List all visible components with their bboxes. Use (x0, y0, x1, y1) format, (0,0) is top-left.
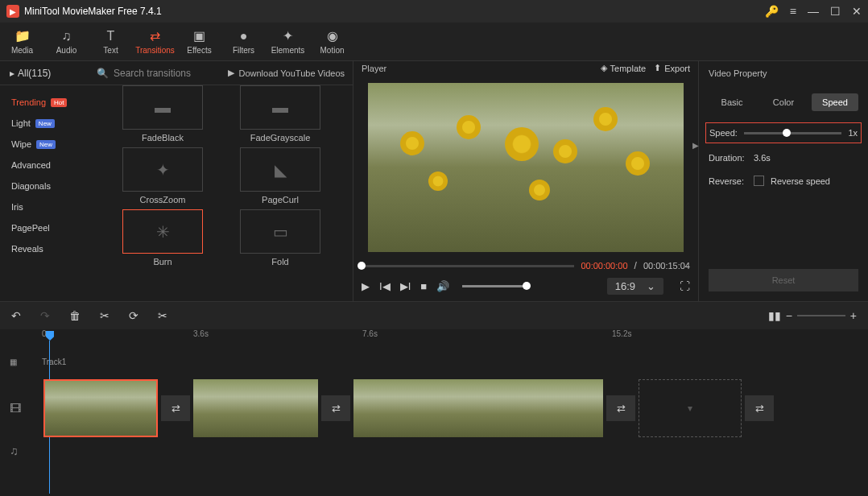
reverse-check-label: Reverse speed (771, 176, 830, 186)
all-transitions-button[interactable]: ▸ All(115) (0, 68, 90, 79)
crop-button[interactable]: ✂ (158, 309, 167, 322)
audio-track-icon: ♫ (10, 444, 40, 457)
tool-audio[interactable]: ♫Audio (44, 23, 89, 60)
transition-slot-3[interactable]: ⇄ (606, 395, 635, 421)
audio-icon: ♫ (62, 29, 72, 43)
time-total: 00:00:15:04 (643, 261, 690, 271)
reverse-checkbox[interactable] (754, 176, 764, 186)
fullscreen-button[interactable]: ⛶ (680, 280, 690, 292)
clip-1[interactable] (43, 379, 158, 437)
prev-frame-button[interactable]: I◀ (379, 280, 391, 292)
category-pagepeel[interactable]: PagePeel (0, 217, 90, 238)
split-button[interactable]: ✂ (100, 309, 110, 322)
zoom-slider[interactable] (797, 315, 845, 316)
minimize-icon[interactable]: — (808, 5, 819, 18)
premium-key-icon[interactable]: 🔑 (765, 5, 779, 18)
time-current: 00:00:00:00 (581, 261, 627, 271)
chevron-down-icon: ⌄ (647, 280, 655, 292)
empty-clip-slot[interactable]: ▾ (639, 379, 742, 437)
tool-filters[interactable]: ●Filters (221, 23, 266, 60)
transition-burn[interactable]: ✳Burn (106, 209, 219, 267)
props-title: Video Property (699, 61, 868, 85)
tool-text[interactable]: TText (89, 23, 133, 60)
playhead[interactable] (46, 331, 54, 341)
transition-crosszoom[interactable]: ✦CrossZoom (106, 147, 219, 205)
duration-value: 3.6s (754, 153, 771, 163)
app-logo: ▶ (6, 5, 19, 18)
download-youtube-button[interactable]: ▶ Download YouTube Videos (228, 68, 353, 78)
volume-icon[interactable]: 🔊 (436, 280, 449, 292)
tool-media[interactable]: 📁Media (0, 23, 44, 60)
media-icon: 📁 (14, 28, 31, 43)
add-track-button[interactable]: ▦ (10, 358, 42, 366)
undo-button[interactable]: ↶ (11, 309, 21, 322)
filters-icon: ● (240, 29, 248, 43)
transition-slot-4[interactable]: ⇄ (745, 395, 774, 421)
transition-fadeblack[interactable]: ▬FadeBlack (106, 85, 219, 143)
maximize-icon[interactable]: ☐ (830, 5, 841, 18)
play-button[interactable]: ▶ (362, 280, 370, 292)
player-label: Player (362, 64, 593, 73)
category-trending[interactable]: TrendingHot (0, 92, 90, 113)
category-advanced[interactable]: Advanced (0, 155, 90, 176)
tool-elements[interactable]: ✦Elements (266, 23, 310, 60)
category-light[interactable]: LightNew (0, 113, 90, 134)
youtube-icon: ▶ (228, 68, 234, 78)
transition-slot-2[interactable]: ⇄ (321, 395, 350, 421)
category-reveals[interactable]: Reveals (0, 238, 90, 259)
app-title: MiniTool MovieMaker Free 7.4.1 (24, 6, 765, 17)
category-wipe[interactable]: WipeNew (0, 134, 90, 155)
fit-icon[interactable]: ▮▮ (768, 309, 781, 322)
close-icon[interactable]: ✕ (852, 5, 862, 18)
export-icon: ⬆ (654, 63, 661, 73)
tool-motion[interactable]: ◉Motion (310, 23, 354, 60)
elements-icon: ✦ (283, 28, 293, 43)
track-label: Track1 (42, 358, 66, 366)
search-input[interactable]: 🔍 Search transitions (90, 68, 228, 79)
transition-fadegrayscale[interactable]: ▬FadeGrayscale (224, 85, 337, 143)
template-icon: ◈ (601, 63, 607, 73)
clip-2[interactable] (193, 379, 318, 437)
effects-icon: ▣ (193, 28, 205, 43)
speed-slider[interactable] (744, 132, 842, 134)
menu-icon[interactable]: ≡ (790, 5, 796, 18)
tab-color[interactable]: Color (760, 93, 807, 111)
transition-fold[interactable]: ▭Fold (224, 209, 337, 267)
transitions-icon: ⇄ (150, 28, 160, 43)
template-button[interactable]: ◈Template (601, 63, 647, 73)
export-button[interactable]: ⬆Export (654, 63, 690, 73)
tab-speed[interactable]: Speed (812, 93, 858, 111)
collapse-props-icon[interactable]: ▶ (692, 141, 699, 150)
speed-label: Speed: (709, 128, 738, 138)
tool-effects[interactable]: ▣Effects (177, 23, 221, 60)
clip-3[interactable] (353, 379, 603, 437)
tab-basic[interactable]: Basic (709, 93, 755, 111)
tool-transitions[interactable]: ⇄Transitions (133, 23, 177, 60)
zoom-in-button[interactable]: + (850, 309, 857, 322)
search-icon: 🔍 (97, 68, 109, 79)
timeline-ruler[interactable]: 0s 3.6s 7.6s 15.2s (0, 329, 868, 345)
video-preview (368, 83, 684, 252)
next-frame-button[interactable]: ▶I (400, 280, 411, 292)
volume-slider[interactable] (462, 285, 527, 287)
category-diagonals[interactable]: Diagonals (0, 176, 90, 196)
zoom-out-button[interactable]: − (786, 309, 792, 322)
video-track-icon: 🎞 (10, 402, 40, 415)
speed-tool-button[interactable]: ⟳ (129, 309, 138, 322)
duration-label: Duration: (709, 153, 747, 163)
motion-icon: ◉ (327, 28, 338, 43)
text-icon: T (107, 29, 115, 43)
transition-pagecurl[interactable]: ◣PageCurl (224, 147, 337, 205)
delete-button[interactable]: 🗑 (69, 309, 81, 322)
reverse-label: Reverse: (709, 176, 747, 186)
stop-button[interactable]: ■ (420, 280, 427, 292)
seek-bar[interactable] (362, 265, 574, 267)
aspect-ratio-select[interactable]: 16:9⌄ (607, 278, 663, 295)
redo-button[interactable]: ↷ (40, 309, 50, 322)
category-iris[interactable]: Iris (0, 196, 90, 217)
speed-value: 1x (848, 128, 858, 138)
transition-slot-1[interactable]: ⇄ (161, 395, 190, 421)
reset-button[interactable]: Reset (709, 269, 858, 291)
